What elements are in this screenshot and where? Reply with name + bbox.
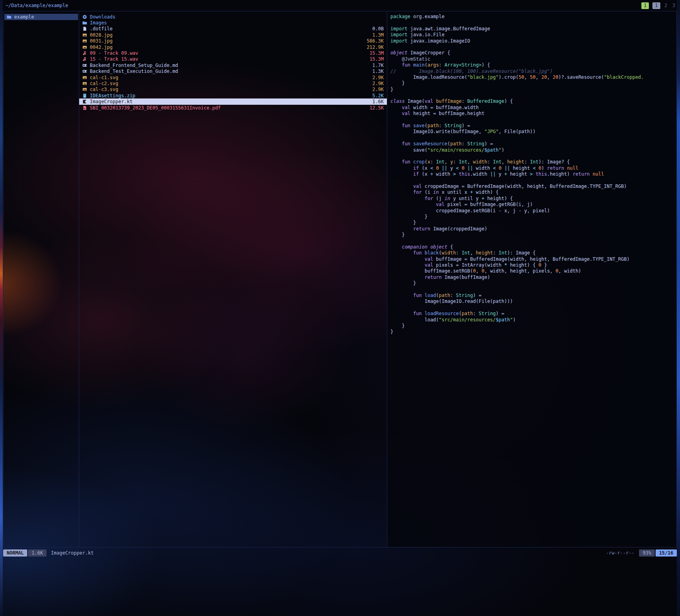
file-name: 0028.jpg — [90, 32, 113, 38]
tab-2[interactable]: 1 — [652, 2, 660, 9]
file-row[interactable]: IDEAsettings.zip5.2K — [79, 93, 387, 98]
code-line: croppedImage.setRGB(i - x, j - y, pixel) — [390, 208, 673, 214]
file-list-pane[interactable]: DownloadsImages.dotfile0.0B0028.jpg1.3M0… — [79, 11, 387, 547]
file-name: cal-c3.svg — [90, 87, 118, 92]
mode-indicator: NORMAL — [3, 549, 27, 557]
wallpaper-left-edge — [0, 0, 3, 616]
markdown-icon — [82, 69, 87, 74]
code-line: } — [390, 232, 673, 238]
file-name: Backend_Frontend_Setup_Guide.md — [90, 63, 178, 68]
file-row[interactable]: ImageCropper.kt1.6K — [79, 98, 387, 104]
folder-icon — [7, 15, 11, 19]
code-line — [390, 44, 673, 50]
code-line — [390, 153, 673, 159]
file-name: cal-c1.svg — [90, 75, 118, 80]
code-line: class Image(val buffImage: BufferedImage… — [390, 98, 673, 104]
image-icon — [82, 39, 87, 43]
code-line: object ImageCropper { — [390, 50, 673, 56]
pdf-icon — [82, 106, 87, 110]
tab-4[interactable]: 3 — [672, 2, 676, 9]
file-list: DownloadsImages.dotfile0.0B0028.jpg1.3M0… — [79, 14, 387, 111]
code-line: Image.loadResource("black.jpg").crop(50,… — [390, 74, 673, 80]
code-line: buffImage.setRGB(0, 0, width, height, pi… — [390, 268, 673, 274]
file-row[interactable]: 0042.jpg212.9K — [79, 44, 387, 50]
code-line: companion object { — [390, 244, 673, 250]
image-icon — [82, 33, 87, 37]
file-row[interactable]: 0028.jpg1.3M — [79, 32, 387, 38]
file-name: 0042.jpg — [90, 45, 113, 50]
code-line: Image(ImageIO.read(File(path))) — [390, 299, 673, 304]
file-size: 1.7K — [372, 63, 384, 68]
tab-1[interactable]: 1 — [641, 2, 649, 9]
code-line: fun load(path: String) = — [390, 293, 673, 299]
file-row[interactable]: Downloads — [79, 14, 387, 20]
file-row[interactable]: 0031.jpg586.3K — [79, 38, 387, 44]
file-size: 15.3M — [370, 56, 384, 62]
file-size: 1.3K — [372, 69, 384, 74]
code-line: package org.example — [390, 14, 673, 20]
markdown-icon — [82, 63, 87, 68]
parent-item-example[interactable]: example — [4, 14, 78, 20]
file-row[interactable]: cal-c2.svg2.9K — [79, 80, 387, 86]
code-line: } — [390, 329, 673, 335]
parent-item-label: example — [14, 14, 34, 20]
parent-pane[interactable]: example — [3, 11, 79, 547]
code-line: } — [390, 87, 673, 93]
code-line: fun save(path: String) = — [390, 123, 673, 129]
file-name: 15 - Track 15.wav — [90, 56, 138, 62]
code-line: } — [390, 80, 673, 86]
code-line: val height = buffImage.height — [390, 111, 673, 117]
file-name: Backend_Test_Execution_Guide.md — [90, 69, 178, 74]
file-permissions: -rw-r--r-- — [606, 550, 634, 556]
code-line: fun loadResource(path: String) = — [390, 311, 673, 317]
file-name: .dotfile — [90, 26, 113, 32]
file-row[interactable]: cal-c1.svg2.9K — [79, 74, 387, 80]
folder-icon — [82, 20, 87, 25]
download-icon — [82, 15, 87, 19]
file-row[interactable]: .dotfile0.0B — [79, 26, 387, 32]
file-name: 0031.jpg — [90, 38, 113, 44]
status-right: -rw-r--r-- 93% 15/16 — [606, 549, 677, 557]
file-row[interactable]: cal-c3.svg2.9K — [79, 87, 387, 93]
code-line — [390, 135, 673, 141]
status-left: NORMAL 1.6K ImageCropper.kt — [3, 549, 94, 557]
code-line — [390, 287, 673, 293]
file-row[interactable]: SBI_0032013739_2023_DE05_0003155631Invoi… — [79, 105, 387, 111]
file-size: 0.0B — [372, 26, 384, 32]
header-bar: ~/Data/example/example 1123 — [3, 2, 676, 9]
file-size: 1.6K — [372, 99, 384, 104]
file-row[interactable]: Backend_Frontend_Setup_Guide.md1.7K — [79, 62, 387, 68]
file-size: 5.2K — [372, 93, 384, 98]
code-line: } — [390, 220, 673, 226]
code-line: val croppedImage = BufferedImage(width, … — [390, 184, 673, 189]
tab-3[interactable]: 2 — [664, 2, 668, 9]
file-manager-panes: example DownloadsImages.dotfile0.0B0028.… — [3, 11, 677, 547]
code-line: fun crop(x: Int, y: Int, width: Int, hei… — [390, 159, 673, 165]
file-row[interactable]: 09 - Track 09.wav15.3M — [79, 50, 387, 56]
file-row[interactable]: Images — [79, 20, 387, 26]
file-row[interactable]: Backend_Test_Execution_Guide.md1.3K — [79, 69, 387, 74]
audio-icon — [82, 57, 87, 61]
code-line: load("src/main/resources/$path") — [390, 317, 673, 323]
code-line: return Image(buffImage) — [390, 275, 673, 280]
file-row[interactable]: 15 - Track 15.wav15.3M — [79, 56, 387, 62]
code-line: fun saveResource(path: String) = — [390, 141, 673, 147]
file-size: 12.5K — [370, 105, 384, 111]
kotlin-icon — [82, 99, 87, 104]
code-line: // Image.black(100, 100).saveResource("b… — [390, 69, 673, 74]
file-name: Downloads — [90, 14, 115, 20]
list-position: 15/16 — [656, 549, 677, 557]
code-line: if (x + width > this.width || y + height… — [390, 171, 673, 177]
preview-pane: package org.example import java.awt.imag… — [387, 11, 677, 547]
file-size: 2.9K — [372, 87, 384, 92]
code-line: val pixels = IntArray(width * height) { … — [390, 262, 673, 268]
code-line: fun black(width: Int, height: Int): Imag… — [390, 250, 673, 256]
code-preview: package org.example import java.awt.imag… — [390, 14, 673, 335]
code-line — [390, 238, 673, 244]
image-icon — [82, 45, 87, 50]
file-name: SBI_0032013739_2023_DE05_0003155631Invoi… — [90, 105, 221, 111]
file-name: 09 - Track 09.wav — [90, 50, 138, 56]
file-name: ImageCropper.kt — [90, 99, 132, 104]
audio-icon — [82, 51, 87, 56]
code-line — [390, 305, 673, 311]
